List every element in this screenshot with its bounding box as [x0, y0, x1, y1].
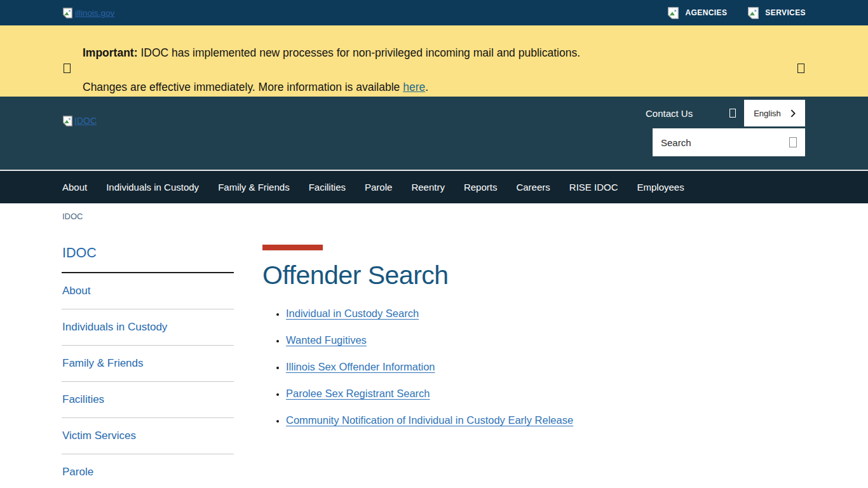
- sidebar-item-parole[interactable]: Parole: [62, 454, 234, 488]
- alert-here-link[interactable]: here: [403, 81, 425, 93]
- agencies-label: AGENCIES: [685, 8, 727, 17]
- offender-search-links: Individual in Custody Search Wanted Fugi…: [286, 308, 573, 426]
- agencies-link[interactable]: AGENCIES: [667, 7, 727, 19]
- alert-line2-suffix: .: [425, 81, 428, 93]
- alert-icon: [64, 64, 71, 73]
- primary-nav: About Individuals in Custody Family & Fr…: [0, 170, 868, 203]
- list-item: Parolee Sex Registrant Search: [286, 388, 573, 400]
- sidebar-item-victim-services[interactable]: Victim Services: [62, 418, 234, 454]
- nav-item-reports[interactable]: Reports: [454, 171, 507, 203]
- sidebar-item-family-friends[interactable]: Family & Friends: [62, 346, 234, 382]
- illinois-gov-label: illinois.gov: [75, 8, 114, 18]
- link-illinois-sex-offender-information[interactable]: Illinois Sex Offender Information: [286, 361, 435, 372]
- alert-message-line2: Changes are effective immediately. More …: [83, 81, 785, 93]
- nav-item-about[interactable]: About: [53, 171, 97, 203]
- header-right: Contact Us English: [653, 100, 805, 170]
- page-title: Offender Search: [262, 261, 573, 290]
- sidebar-title-idoc[interactable]: IDOC: [62, 242, 234, 273]
- alert-message-line1: Important: IDOC has implemented new proc…: [83, 47, 785, 59]
- breadcrumb-idoc[interactable]: IDOC: [62, 212, 83, 221]
- list-item: Wanted Fugitives: [286, 334, 573, 346]
- broken-image-icon: [667, 7, 679, 19]
- sidebar-item-individuals-in-custody[interactable]: Individuals in Custody: [62, 309, 234, 346]
- topbar-links: AGENCIES SERVICES: [667, 7, 806, 19]
- nav-item-family-friends[interactable]: Family & Friends: [208, 171, 299, 203]
- close-icon[interactable]: [797, 64, 804, 73]
- search-input[interactable]: [661, 137, 789, 148]
- page: illinois.gov AGENCIES SERVICES: [0, 0, 868, 488]
- sidebar: IDOC About Individuals in Custody Family…: [62, 242, 234, 488]
- main-content: Offender Search Individual in Custody Se…: [262, 245, 573, 488]
- contact-us-link[interactable]: Contact Us: [646, 108, 693, 119]
- header-utility-row: Contact Us English: [653, 100, 805, 126]
- content: IDOC About Individuals in Custody Family…: [0, 221, 868, 488]
- idoc-logo-link[interactable]: IDOC: [62, 114, 97, 127]
- link-parolee-sex-registrant-search[interactable]: Parolee Sex Registrant Search: [286, 388, 430, 399]
- sidebar-item-about[interactable]: About: [62, 273, 234, 309]
- services-label: SERVICES: [765, 8, 806, 17]
- globe-icon: [729, 109, 736, 118]
- nav-item-parole[interactable]: Parole: [355, 171, 402, 203]
- alert-line2-text: Changes are effective immediately. More …: [83, 81, 400, 93]
- broken-image-icon: [62, 116, 73, 126]
- nav-item-rise-idoc[interactable]: RISE IDOC: [560, 171, 628, 203]
- list-item: Illinois Sex Offender Information: [286, 361, 573, 373]
- alert-important-label: Important:: [83, 46, 138, 59]
- nav-item-employees[interactable]: Employees: [627, 171, 693, 203]
- broken-image-icon: [747, 7, 759, 19]
- idoc-logo-label: IDOC: [74, 116, 97, 126]
- link-wanted-fugitives[interactable]: Wanted Fugitives: [286, 334, 367, 346]
- nav-item-facilities[interactable]: Facilities: [299, 171, 355, 203]
- alert-line1-text: IDOC has implemented new processes for n…: [140, 46, 580, 59]
- link-individual-in-custody-search[interactable]: Individual in Custody Search: [286, 308, 419, 319]
- sidebar-item-facilities[interactable]: Facilities: [62, 382, 234, 418]
- alert-banner: Important: IDOC has implemented new proc…: [0, 25, 868, 97]
- link-community-notification-early-release[interactable]: Community Notification of Individual in …: [286, 414, 573, 426]
- language-selector-button[interactable]: English: [744, 100, 805, 126]
- accent-bar: [262, 245, 323, 250]
- top-utility-bar: illinois.gov AGENCIES SERVICES: [0, 0, 868, 25]
- nav-item-careers[interactable]: Careers: [506, 171, 559, 203]
- list-item: Individual in Custody Search: [286, 308, 573, 320]
- chevron-right-icon: [790, 109, 796, 118]
- list-item: Community Notification of Individual in …: [286, 414, 573, 426]
- services-link[interactable]: SERVICES: [747, 7, 806, 19]
- search-icon[interactable]: [789, 137, 797, 147]
- breadcrumb: IDOC: [0, 203, 868, 221]
- nav-item-reentry[interactable]: Reentry: [402, 171, 454, 203]
- site-header: IDOC Contact Us English: [0, 97, 868, 170]
- search-box: [653, 128, 805, 156]
- illinois-gov-link[interactable]: illinois.gov: [62, 8, 114, 18]
- language-label: English: [754, 109, 781, 118]
- broken-image-icon: [62, 8, 73, 18]
- nav-item-individuals-in-custody[interactable]: Individuals in Custody: [97, 171, 208, 203]
